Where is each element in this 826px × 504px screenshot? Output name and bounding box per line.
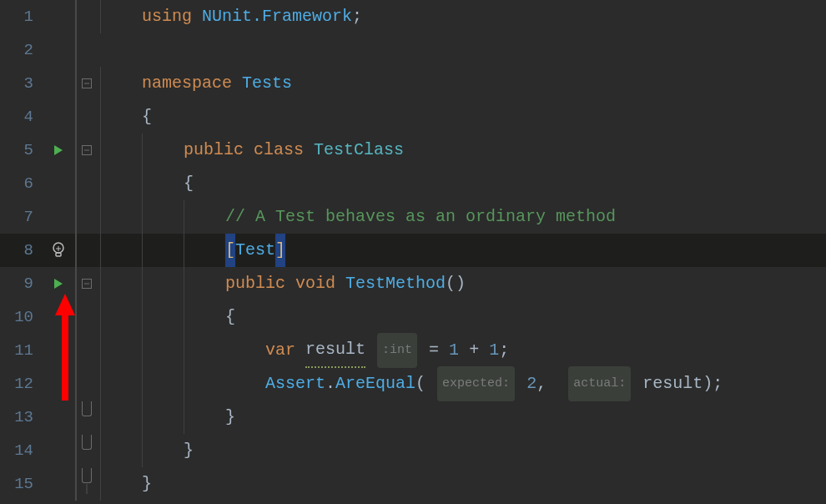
fold-toggle-icon[interactable] xyxy=(82,78,92,88)
code-line[interactable]: 15 } xyxy=(0,467,826,501)
code-content[interactable]: namespace Tests xyxy=(97,67,826,100)
code-line[interactable]: 5 public class TestClass xyxy=(0,134,826,167)
fold-end-icon[interactable] xyxy=(82,435,92,450)
inlay-hint-param: actual: xyxy=(568,366,631,401)
attribute-name: Test xyxy=(235,234,275,267)
code-editor[interactable]: 1 using NUnit.Framework; 2 3 namespace T… xyxy=(0,0,826,504)
editor-divider xyxy=(75,367,77,401)
line-number: 15 xyxy=(0,467,42,501)
code-line[interactable]: 4 { xyxy=(0,100,826,134)
code-content[interactable]: // A Test behaves as an ordinary method xyxy=(97,200,826,234)
editor-divider xyxy=(75,33,77,67)
code-line[interactable]: 11 var result :int = 1 + 1; xyxy=(0,334,826,367)
code-content[interactable]: public class TestClass xyxy=(97,134,826,167)
line-number: 1 xyxy=(0,0,42,33)
fold-end-icon[interactable] xyxy=(82,401,92,416)
fold-toggle-icon[interactable] xyxy=(82,145,92,155)
line-number: 11 xyxy=(0,334,42,367)
svg-marker-5 xyxy=(54,279,63,289)
code-line[interactable]: 6 { xyxy=(0,167,826,200)
fold-column[interactable] xyxy=(77,279,97,289)
editor-divider xyxy=(75,100,77,134)
line-number: 8 xyxy=(0,234,42,267)
inlay-hint-type: :int xyxy=(377,333,417,368)
fold-column[interactable] xyxy=(77,145,97,155)
line-number: 14 xyxy=(0,434,42,467)
code-line[interactable]: 9 public void TestMethod() xyxy=(0,267,826,300)
code-line[interactable]: 10 { xyxy=(0,300,826,334)
editor-divider xyxy=(75,467,77,501)
line-number: 4 xyxy=(0,100,42,134)
fold-end-icon[interactable] xyxy=(82,468,92,483)
code-line-active[interactable]: 8 [Test] xyxy=(0,234,826,267)
svg-marker-0 xyxy=(54,145,63,155)
line-number: 9 xyxy=(0,267,42,300)
code-content[interactable]: using NUnit.Framework; xyxy=(97,0,826,33)
run-test-gutter-icon[interactable] xyxy=(42,278,75,290)
code-content[interactable]: } xyxy=(97,401,826,434)
attribute-bracket: [ xyxy=(225,234,235,267)
line-number: 5 xyxy=(0,134,42,167)
editor-divider xyxy=(75,167,77,200)
line-number: 3 xyxy=(0,67,42,100)
code-line[interactable]: 3 namespace Tests xyxy=(0,67,826,100)
line-number: 7 xyxy=(0,200,42,234)
editor-divider xyxy=(75,334,77,367)
inlay-hint-param: expected: xyxy=(437,366,515,401)
code-content[interactable]: Assert.AreEqual( expected: 2, actual: re… xyxy=(97,366,826,401)
editor-divider xyxy=(75,434,77,467)
code-line[interactable]: 12 Assert.AreEqual( expected: 2, actual:… xyxy=(0,367,826,401)
code-content[interactable]: var result :int = 1 + 1; xyxy=(97,333,826,368)
svg-rect-2 xyxy=(56,253,61,256)
editor-divider xyxy=(75,200,77,234)
fold-toggle-icon[interactable] xyxy=(82,279,92,289)
line-number: 12 xyxy=(0,367,42,401)
line-number: 10 xyxy=(0,300,42,334)
line-number: 2 xyxy=(0,33,42,67)
editor-divider xyxy=(75,234,77,267)
code-line[interactable]: 1 using NUnit.Framework; xyxy=(0,0,826,33)
code-line[interactable]: 14 } xyxy=(0,434,826,467)
code-line[interactable]: 2 xyxy=(0,33,826,67)
editor-divider xyxy=(75,300,77,334)
line-number: 13 xyxy=(0,401,42,434)
attribute-bracket: ] xyxy=(275,234,285,267)
code-line[interactable]: 13 } xyxy=(0,401,826,434)
code-content[interactable]: [Test] xyxy=(97,234,826,267)
run-test-gutter-icon[interactable] xyxy=(42,144,75,156)
line-number: 6 xyxy=(0,167,42,200)
code-content[interactable]: { xyxy=(97,300,826,334)
code-content[interactable]: public void TestMethod() xyxy=(97,267,826,300)
code-content[interactable]: { xyxy=(97,100,826,134)
code-content[interactable]: } xyxy=(97,434,826,467)
code-content[interactable]: { xyxy=(97,167,826,200)
editor-divider xyxy=(75,0,77,33)
code-content[interactable]: } xyxy=(97,467,826,501)
fold-column[interactable] xyxy=(77,78,97,88)
editor-divider xyxy=(75,401,77,434)
code-line[interactable]: 7 // A Test behaves as an ordinary metho… xyxy=(0,200,826,234)
lightbulb-icon[interactable] xyxy=(42,241,75,260)
